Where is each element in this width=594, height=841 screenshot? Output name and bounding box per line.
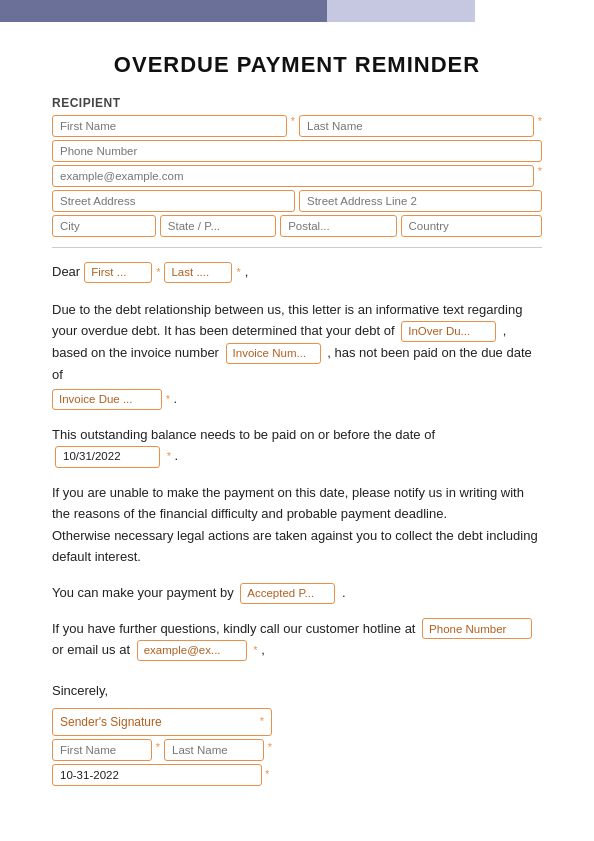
state-input[interactable] bbox=[160, 215, 276, 237]
last-name-required: * bbox=[538, 115, 542, 137]
sender-signature-input[interactable]: Sender's Signature * bbox=[52, 708, 272, 736]
first-name-required: * bbox=[291, 115, 295, 137]
dear-comma: , bbox=[245, 262, 249, 283]
invoice-num-input[interactable]: Invoice Num... bbox=[226, 343, 321, 364]
sig-required: * bbox=[260, 713, 264, 731]
invoice-due-required: * bbox=[166, 393, 170, 405]
email-contact-input[interactable]: example@ex... bbox=[137, 640, 247, 661]
sender-last-input[interactable] bbox=[164, 739, 264, 761]
dear-first-input[interactable]: First ... bbox=[84, 262, 152, 283]
para2-period: . bbox=[175, 448, 179, 463]
dear-first-required: * bbox=[156, 264, 160, 282]
city-input[interactable] bbox=[52, 215, 156, 237]
debt-amount-input[interactable]: InOver Du... bbox=[401, 321, 496, 342]
paragraph-3: If you are unable to make the payment on… bbox=[52, 482, 542, 568]
para5-text2: or email us at bbox=[52, 642, 130, 657]
hotline-input[interactable]: Phone Number bbox=[422, 618, 532, 639]
sincerely-label: Sincerely, bbox=[52, 681, 542, 702]
dear-line: Dear First ... * Last .... * , bbox=[52, 262, 542, 283]
last-name-input[interactable] bbox=[299, 115, 534, 137]
paragraph-5: If you have further questions, kindly ca… bbox=[52, 618, 542, 662]
dear-last-required: * bbox=[236, 264, 240, 282]
email-required: * bbox=[538, 165, 542, 187]
phone-input[interactable] bbox=[52, 140, 542, 162]
email-contact-required: * bbox=[253, 644, 257, 656]
sender-date-input[interactable]: 10-31-2022 bbox=[52, 764, 262, 786]
pay-date-input[interactable]: 10/31/2022 bbox=[55, 446, 160, 468]
sender-last-required: * bbox=[268, 739, 272, 761]
accepted-payments-input[interactable]: Accepted P... bbox=[240, 583, 335, 604]
para5-period: , bbox=[261, 642, 265, 657]
street1-input[interactable] bbox=[52, 190, 295, 212]
section-divider bbox=[52, 247, 542, 248]
first-name-input[interactable] bbox=[52, 115, 287, 137]
postal-input[interactable] bbox=[280, 215, 396, 237]
top-bar-left bbox=[0, 0, 327, 22]
street2-input[interactable] bbox=[299, 190, 542, 212]
para2-text1: This outstanding balance needs to be pai… bbox=[52, 427, 435, 442]
sender-first-required: * bbox=[156, 739, 160, 761]
top-bar-right bbox=[327, 0, 476, 22]
paragraph-4: You can make your payment by Accepted P.… bbox=[52, 582, 542, 604]
invoice-due-input[interactable]: Invoice Due ... bbox=[52, 389, 162, 410]
pay-date-required: * bbox=[167, 450, 171, 462]
dear-text: Dear bbox=[52, 262, 80, 283]
sender-date-required: * bbox=[265, 766, 269, 784]
recipient-label: RECIPIENT bbox=[52, 96, 542, 110]
email-input[interactable] bbox=[52, 165, 534, 187]
dear-last-input[interactable]: Last .... bbox=[164, 262, 232, 283]
para1-period: . bbox=[174, 391, 178, 406]
para4-period: . bbox=[342, 585, 346, 600]
sincerely-section: Sincerely, Sender's Signature * * * 10-3… bbox=[52, 681, 542, 786]
sender-first-input[interactable] bbox=[52, 739, 152, 761]
para5-text1: If you have further questions, kindly ca… bbox=[52, 621, 415, 636]
paragraph-2: This outstanding balance needs to be pai… bbox=[52, 424, 542, 468]
page-title: OVERDUE PAYMENT REMINDER bbox=[52, 52, 542, 78]
country-input[interactable] bbox=[401, 215, 542, 237]
para4-text1: You can make your payment by bbox=[52, 585, 234, 600]
paragraph-1: Due to the debt relationship between us,… bbox=[52, 299, 542, 410]
